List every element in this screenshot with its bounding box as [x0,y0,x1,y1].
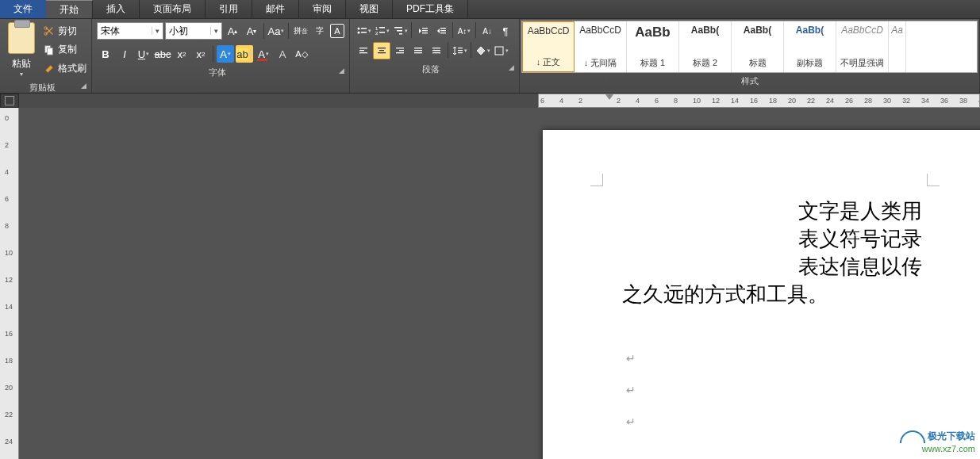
format-painter-button[interactable]: 格式刷 [43,62,86,75]
ruler-tick: 14 [5,303,13,311]
align-left-button[interactable] [355,42,372,59]
style-item-nospace[interactable]: AaBbCcD↓ 无间隔 [575,21,627,72]
increase-indent-button[interactable] [432,22,450,40]
sort-button[interactable]: A↓ [478,22,496,40]
group-paragraph: ▾ 12▾ ▾ A↕▾ A↓ ¶ ▾ ▾ [350,19,520,93]
text-line: 表义符号记录 [622,225,980,253]
text-line: 之久远的方式和工具。 [622,281,980,308]
style-item-title[interactable]: AaBb(标题 [732,21,784,72]
font-color-button[interactable]: A▾ [255,45,272,63]
font-name-dropdown[interactable]: ▾ [152,27,163,35]
svg-rect-16 [422,30,428,31]
vertical-ruler[interactable]: 02468101214161820222426 [0,108,19,459]
change-case-button[interactable]: Aa▾ [267,22,285,40]
page: 文字是人类用 表义符号记录 表达信息以传 之久远的方式和工具。 ↵ ↵ ↵ [543,130,980,459]
horizontal-ruler[interactable]: 642246810121416182022242628303234363840 [538,94,980,108]
highlight-button[interactable]: ab▾ [236,45,253,63]
text-effects-button[interactable]: A▾ [217,45,234,63]
ruler-tick: 24 [826,97,834,105]
svg-rect-34 [432,50,440,51]
svg-rect-29 [396,52,404,53]
grow-font-button[interactable]: A▴ [224,22,241,40]
clipboard-dialog-launcher[interactable]: ◢ [81,82,86,90]
document-body-text[interactable]: 文字是人类用 表义符号记录 表达信息以传 之久远的方式和工具。 [622,197,980,308]
svg-rect-23 [359,52,367,53]
tab-layout[interactable]: 页面布局 [140,0,206,18]
shrink-font-button[interactable]: A▾ [243,22,260,40]
tab-pdf[interactable]: PDF工具集 [393,0,468,18]
strikethrough-button[interactable]: abc [154,45,171,63]
ruler-tick: 22 [5,411,13,419]
paragraph-mark-icon: ↵ [626,384,636,396]
scissors-icon [43,25,56,37]
ruler-tick: 6 [5,195,9,203]
ruler-tick: 2 [578,97,582,105]
font-size-dropdown[interactable]: ▾ [210,27,221,35]
text-direction-button[interactable]: A↕▾ [455,22,473,40]
tab-review[interactable]: 审阅 [299,0,346,18]
style-item-normal[interactable]: AaBbCcD↓ 正文 [522,21,575,72]
line-spacing-button[interactable]: ▾ [451,42,468,59]
char-shading-button[interactable]: A [274,45,291,63]
tab-insert[interactable]: 插入 [93,0,140,18]
multilevel-list-button[interactable]: ▾ [391,22,409,40]
cut-button[interactable]: 剪切 [43,25,86,38]
ruler-corner[interactable] [0,94,19,108]
watermark-logo-icon [900,430,925,443]
style-item-more[interactable]: Aa [889,21,906,72]
copy-icon [43,44,56,56]
style-item-h1[interactable]: AaBb标题 1 [627,21,679,72]
enclose-char-button[interactable]: 字 [311,22,329,40]
font-name-input[interactable] [98,25,152,36]
paste-button[interactable]: 粘贴 ▾ [3,21,40,79]
group-clipboard: 粘贴 ▾ 剪切 复制 [0,19,92,93]
font-name-combo[interactable]: ▾ [97,22,163,40]
font-size-combo[interactable]: ▾ [165,22,222,40]
style-item-subtle[interactable]: AaBbCcD不明显强调 [836,21,889,72]
menu-tabs: 文件 开始 插入 页面布局 引用 邮件 审阅 视图 PDF工具集 [0,0,980,19]
font-dialog-launcher[interactable]: ◢ [339,67,344,75]
tab-file[interactable]: 文件 [0,0,46,18]
style-item-h2[interactable]: AaBb(标题 2 [679,21,732,72]
bullets-button[interactable]: ▾ [355,22,372,40]
margin-corner-icon [927,174,940,186]
borders-button[interactable]: ▾ [492,42,509,59]
distribute-button[interactable] [428,42,445,59]
align-right-button[interactable] [391,42,409,59]
show-marks-button[interactable]: ¶ [497,22,514,40]
char-border-button[interactable]: A [330,24,344,38]
numbering-button[interactable]: 12▾ [373,22,390,40]
clear-formatting-button[interactable]: A◇ [293,45,310,63]
italic-button[interactable]: I [116,45,133,63]
indent-marker-icon[interactable] [605,94,613,100]
tab-references[interactable]: 引用 [206,0,252,18]
group-font: ▾ ▾ A▴ A▾ Aa▾ 拼音 字 A B I U▾ abc [92,19,350,93]
shading-button[interactable]: ▾ [474,42,491,59]
svg-rect-26 [378,52,386,53]
underline-button[interactable]: U▾ [135,45,152,63]
ruler-tick: 8 [5,222,9,230]
align-center-button[interactable] [373,42,390,59]
font-size-input[interactable] [166,25,210,36]
tab-home[interactable]: 开始 [46,0,93,18]
subscript-button[interactable]: x2 [173,45,190,63]
justify-button[interactable] [409,42,427,59]
phonetic-guide-button[interactable]: 拼音 [292,22,309,40]
ruler-tick: 18 [769,97,777,105]
tab-mailings[interactable]: 邮件 [252,0,299,18]
style-item-subtitle[interactable]: AaBb(副标题 [784,21,836,72]
svg-rect-27 [396,48,404,48]
ruler-tick: 26 [845,97,853,105]
paragraph-dialog-launcher[interactable]: ◢ [509,63,514,71]
ruler-tick: 34 [921,97,929,105]
ruler-tick: 30 [883,97,891,105]
copy-button[interactable]: 复制 [43,43,86,56]
ruler-tick: 20 [788,97,796,105]
document-canvas[interactable]: 文字是人类用 表义符号记录 表达信息以传 之久远的方式和工具。 ↵ ↵ ↵ 极光… [19,108,980,459]
superscript-button[interactable]: x2 [192,45,209,63]
paragraph-mark-icon: ↵ [626,352,636,365]
bold-button[interactable]: B [97,45,114,63]
tab-view[interactable]: 视图 [346,0,393,18]
decrease-indent-button[interactable] [414,22,432,40]
svg-rect-18 [440,28,446,29]
